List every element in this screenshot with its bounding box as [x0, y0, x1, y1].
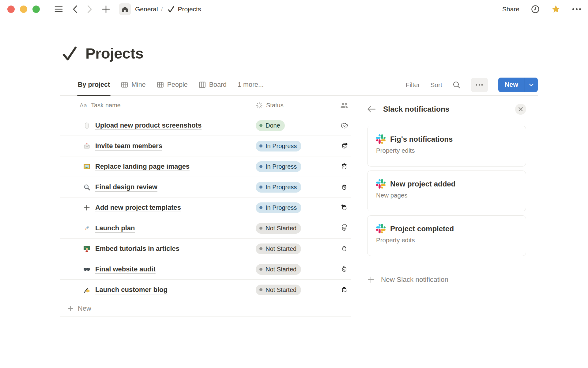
breadcrumb-item-general[interactable]: General	[135, 6, 158, 13]
arrow-left-icon[interactable]	[367, 106, 376, 113]
table-row[interactable]: Invite team members In Progress	[60, 136, 351, 156]
table-row[interactable]: Add new project templates In Progress	[60, 197, 351, 218]
task-link[interactable]: Invite team members	[95, 142, 162, 150]
more-options-icon[interactable]	[572, 8, 581, 11]
table-icon	[121, 81, 128, 88]
slack-notification-card[interactable]: Project completed Property edits	[367, 215, 526, 256]
writing-hand-icon	[83, 286, 90, 293]
tab-people[interactable]: People	[157, 74, 188, 95]
tab-by-project[interactable]: By project	[78, 74, 110, 95]
assignee-cell[interactable]	[337, 141, 351, 151]
task-link[interactable]: Embed tutorials in articles	[95, 245, 179, 253]
column-header-task-name[interactable]: Task name	[91, 102, 121, 109]
add-row-label: New	[78, 305, 91, 312]
minimize-window-button[interactable]	[20, 6, 27, 13]
table-row[interactable]: Embed tutorials in articles Not Started	[60, 239, 351, 259]
assignee-cell[interactable]	[337, 265, 351, 274]
home-icon[interactable]	[119, 3, 131, 15]
task-link[interactable]: Final website audit	[95, 265, 156, 273]
table-row[interactable]: Replace landing page images In Progress	[60, 156, 351, 177]
status-cell[interactable]: Not Started	[256, 264, 337, 275]
status-badge: Not Started	[256, 243, 301, 254]
column-header-status[interactable]: Status	[266, 102, 284, 109]
filter-button[interactable]: Filter	[406, 81, 420, 89]
notification-subtitle: Property edits	[376, 147, 517, 154]
status-cell[interactable]: Not Started	[256, 243, 337, 254]
new-page-plus-icon[interactable]	[102, 5, 110, 13]
sort-button[interactable]: Sort	[430, 81, 442, 89]
task-link[interactable]: Upload new product screenshots	[95, 121, 202, 129]
table-row[interactable]: Launch customer blog Not Started	[60, 280, 351, 300]
view-options-button[interactable]	[471, 78, 488, 92]
breadcrumb-item-projects[interactable]: Projects	[178, 6, 201, 13]
task-link[interactable]: Launch plan	[95, 224, 135, 232]
assignee-cell[interactable]	[337, 285, 351, 294]
window-controls	[7, 6, 40, 13]
status-cell[interactable]: In Progress	[256, 141, 337, 151]
favorite-star-icon[interactable]	[551, 5, 560, 14]
assignee-cell[interactable]	[337, 121, 351, 130]
assignee-cell[interactable]	[337, 182, 351, 192]
notification-subtitle: Property edits	[376, 236, 517, 244]
share-button[interactable]: Share	[502, 6, 519, 13]
page-title-row: Projects	[61, 45, 588, 62]
sidebar-menu-icon[interactable]	[55, 6, 63, 13]
status-cell[interactable]: In Progress	[256, 202, 337, 213]
plus-icon	[367, 276, 375, 283]
back-icon[interactable]	[73, 5, 77, 13]
task-name-cell[interactable]: Launch customer blog	[60, 286, 256, 294]
people-icon[interactable]	[340, 102, 349, 109]
status-cell[interactable]: Not Started	[256, 285, 337, 295]
assignee-avatar	[340, 285, 349, 294]
new-button[interactable]: New	[498, 78, 538, 92]
slack-notification-card[interactable]: New project added New pages	[367, 171, 526, 211]
add-row-button[interactable]: New	[60, 300, 351, 317]
view-toolbar: By project Mine People Board 1 more... F…	[60, 74, 538, 96]
status-cell[interactable]: In Progress	[256, 182, 337, 193]
tab-board[interactable]: Board	[199, 74, 227, 95]
zoom-window-button[interactable]	[32, 6, 40, 13]
chevron-down-icon[interactable]	[525, 78, 538, 92]
updates-clock-icon[interactable]	[531, 5, 540, 13]
slack-notification-card[interactable]: Fig's notifications Property edits	[367, 126, 526, 167]
task-name-cell[interactable]: Final design review	[60, 183, 256, 191]
plus-icon	[83, 204, 90, 211]
task-name-cell[interactable]: Replace landing page images	[60, 163, 256, 171]
assignee-cell[interactable]	[337, 162, 351, 171]
assignee-cell[interactable]	[337, 203, 351, 212]
task-name-cell[interactable]: Upload new product screenshots	[60, 121, 256, 129]
task-name-cell[interactable]: Add new project templates	[60, 204, 256, 212]
assignee-avatar	[340, 162, 349, 171]
table-header-row: Aa Task name Status	[60, 96, 351, 115]
task-name-cell[interactable]: Embed tutorials in articles	[60, 245, 256, 253]
new-button-label[interactable]: New	[498, 78, 525, 92]
status-cell[interactable]: In Progress	[256, 161, 337, 172]
forward-icon[interactable]	[87, 5, 92, 13]
assignee-avatar	[340, 265, 349, 274]
close-icon[interactable]	[515, 104, 526, 115]
search-icon[interactable]	[453, 81, 461, 89]
breadcrumb-separator: /	[161, 6, 163, 13]
task-name-cell[interactable]: Final website audit	[60, 265, 256, 273]
task-link[interactable]: Launch customer blog	[95, 286, 168, 294]
assignee-cell[interactable]	[337, 244, 351, 253]
table-row[interactable]: Launch plan Not Started	[60, 218, 351, 239]
task-name-cell[interactable]: Invite team members	[60, 142, 256, 150]
new-slack-notification-button[interactable]: New Slack notification	[367, 276, 526, 284]
status-cell[interactable]: Done	[256, 120, 337, 131]
table-row[interactable]: Final website audit Not Started	[60, 259, 351, 280]
tab-mine[interactable]: Mine	[121, 74, 146, 95]
panel-title: Slack notifications	[383, 105, 449, 113]
task-name-cell[interactable]: Launch plan	[60, 224, 256, 232]
task-link[interactable]: Final design review	[95, 183, 157, 191]
assignee-avatar	[340, 121, 349, 130]
tab-more-views[interactable]: 1 more...	[238, 74, 264, 95]
task-link[interactable]: Replace landing page images	[95, 163, 190, 171]
text-property-icon: Aa	[80, 102, 87, 109]
table-row[interactable]: Upload new product screenshots Done	[60, 115, 351, 136]
close-window-button[interactable]	[7, 6, 15, 13]
table-row[interactable]: Final design review In Progress	[60, 177, 351, 197]
status-cell[interactable]: Not Started	[256, 223, 337, 234]
task-link[interactable]: Add new project templates	[95, 204, 181, 212]
assignee-cell[interactable]	[337, 224, 351, 233]
